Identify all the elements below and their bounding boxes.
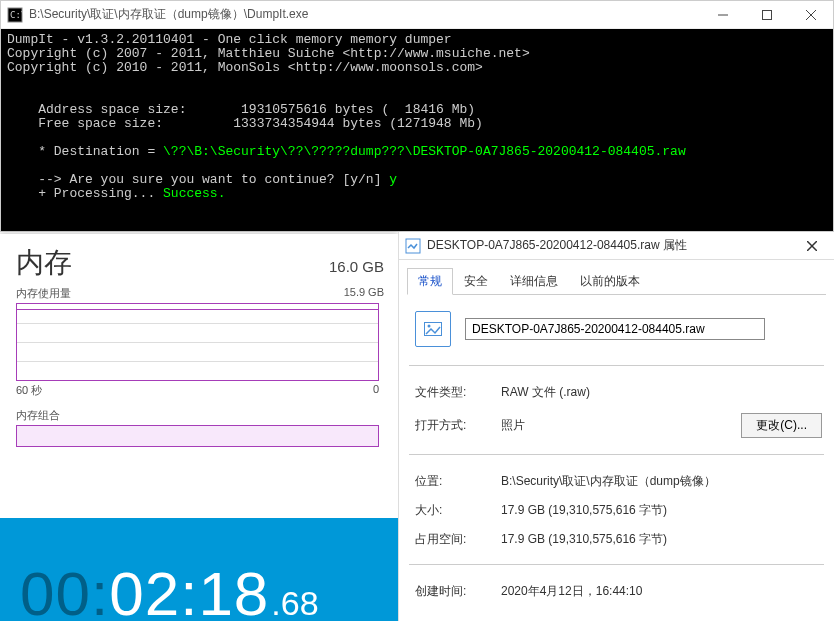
tab-details[interactable]: 详细信息 <box>499 268 569 295</box>
size-value: 17.9 GB (19,310,575,616 字节) <box>501 502 822 519</box>
memory-total: 16.0 GB <box>329 258 384 275</box>
openwith-label: 打开方式: <box>415 417 501 434</box>
timer-panel: 00: 02:18 .68 <box>0 518 398 621</box>
memory-composition-bar <box>16 425 379 447</box>
close-button[interactable] <box>790 232 834 260</box>
memory-usage-label: 内存使用量 <box>16 286 71 301</box>
filetype-label: 文件类型: <box>415 384 501 401</box>
console-confirm-answer: y <box>389 172 397 187</box>
created-label: 创建时间: <box>415 583 501 600</box>
console-status: Success. <box>163 186 225 201</box>
tab-previous-versions[interactable]: 以前的版本 <box>569 268 651 295</box>
console-dest-label: * Destination = <box>7 144 163 159</box>
file-type-icon <box>415 311 451 347</box>
console-line: Copyright (c) 2007 - 2011, Matthieu Suic… <box>7 46 530 61</box>
timer-main: 02:18 <box>109 558 269 621</box>
maximize-button[interactable] <box>745 1 789 29</box>
memory-composition-label: 内存组合 <box>16 408 384 423</box>
memory-title: 内存 <box>16 244 72 282</box>
console-line: DumpIt - v1.3.2.20110401 - One click mem… <box>7 32 452 47</box>
minimize-button[interactable] <box>701 1 745 29</box>
console-line: Free space size: 1333734354944 bytes (12… <box>7 116 483 131</box>
created-value: 2020年4月12日，16:44:10 <box>501 583 822 600</box>
memory-usage-value: 15.9 GB <box>344 286 384 301</box>
console-title: B:\Security\取证\内存取证（dump镜像）\DumpIt.exe <box>29 6 701 23</box>
console-processing-label: + Processing... <box>7 186 163 201</box>
properties-titlebar[interactable]: DESKTOP-0A7J865-20200412-084405.raw 属性 <box>399 232 834 260</box>
console-confirm-question: --> Are you sure you want to continue? [… <box>7 172 389 187</box>
memory-axis-left: 60 秒 <box>16 383 42 398</box>
openwith-value: 照片 <box>501 417 741 434</box>
properties-dialog: DESKTOP-0A7J865-20200412-084405.raw 属性 常… <box>398 232 834 621</box>
console-output: DumpIt - v1.3.2.20110401 - One click mem… <box>1 29 833 231</box>
close-button[interactable] <box>789 1 833 29</box>
memory-chart <box>16 303 379 381</box>
memory-axis-right: 0 <box>373 383 379 398</box>
change-button[interactable]: 更改(C)... <box>741 413 822 438</box>
location-label: 位置: <box>415 473 501 490</box>
filename-input[interactable] <box>465 318 765 340</box>
tab-security[interactable]: 安全 <box>453 268 499 295</box>
console-line: Copyright (c) 2010 - 2011, MoonSols <htt… <box>7 60 483 75</box>
console-window: C:\ B:\Security\取证\内存取证（dump镜像）\DumpIt.e… <box>0 0 834 232</box>
properties-title: DESKTOP-0A7J865-20200412-084405.raw 属性 <box>427 237 790 254</box>
tab-general[interactable]: 常规 <box>407 268 453 295</box>
timer-hours: 00: <box>20 558 109 621</box>
console-dest-path: \??\B:\Security\??\?????dump???\DESKTOP-… <box>163 144 686 159</box>
console-titlebar[interactable]: C:\ B:\Security\取证\内存取证（dump镜像）\DumpIt.e… <box>1 1 833 29</box>
filetype-value: RAW 文件 (.raw) <box>501 384 822 401</box>
console-line: Address space size: 19310575616 bytes ( … <box>7 102 475 117</box>
svg-text:C:\: C:\ <box>10 10 23 20</box>
location-value: B:\Security\取证\内存取证（dump镜像） <box>501 473 822 490</box>
file-icon <box>405 238 421 254</box>
tab-bar: 常规 安全 详细信息 以前的版本 <box>407 268 826 295</box>
sizeondisk-label: 占用空间: <box>415 531 501 548</box>
svg-rect-3 <box>763 10 772 19</box>
sizeondisk-value: 17.9 GB (19,310,575,616 字节) <box>501 531 822 548</box>
svg-point-10 <box>428 325 431 328</box>
size-label: 大小: <box>415 502 501 519</box>
timer-fraction: .68 <box>271 584 318 621</box>
app-icon: C:\ <box>7 7 23 23</box>
